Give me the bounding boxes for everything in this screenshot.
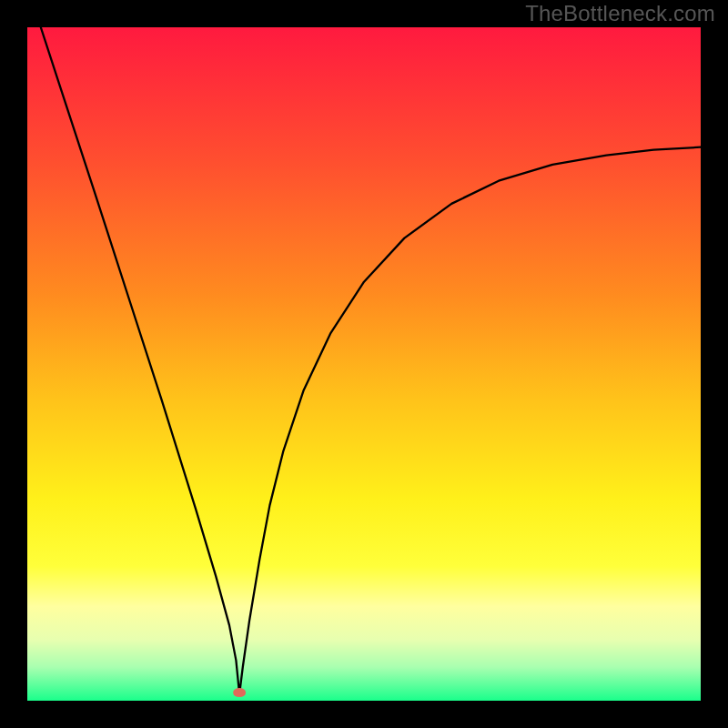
chart-gradient-bg [27,27,701,701]
bottleneck-curve-chart [27,27,701,701]
optimum-marker [233,688,246,697]
chart-frame: TheBottleneck.com [0,0,728,728]
watermark-label: TheBottleneck.com [525,1,715,26]
